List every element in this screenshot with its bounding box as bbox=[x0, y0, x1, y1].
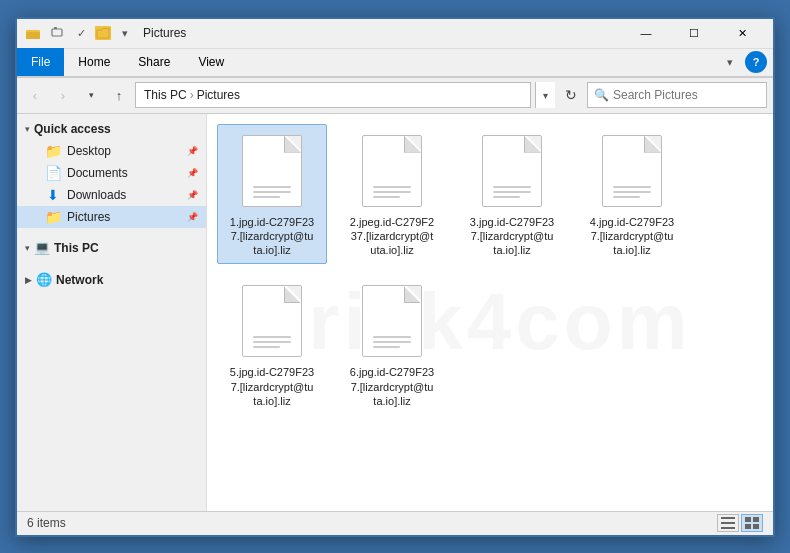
forward-button[interactable]: › bbox=[51, 83, 75, 107]
this-pc-icon: 💻 bbox=[34, 240, 50, 256]
svg-rect-8 bbox=[753, 517, 759, 522]
pictures-folder-icon: 📁 bbox=[45, 209, 61, 225]
window-title: Pictures bbox=[143, 26, 623, 40]
sidebar-pictures-label: Pictures bbox=[67, 210, 110, 224]
file-item-6[interactable]: 6.jpg.id-C279F237.[lizardcrypt@tuta.io].… bbox=[337, 274, 447, 415]
file-name-4: 4.jpg.id-C279F237.[lizardcrypt@tuta.io].… bbox=[590, 215, 674, 258]
quick-access-chevron: ▾ bbox=[25, 124, 30, 134]
pin-icon-pictures: 📌 bbox=[187, 212, 198, 222]
address-bar: ‹ › ▾ ↑ This PC › Pictures ▾ ↻ 🔍 bbox=[17, 78, 773, 114]
close-button[interactable]: ✕ bbox=[719, 18, 765, 48]
file-icon-5 bbox=[236, 281, 308, 361]
network-header[interactable]: ▶ 🌐 Network bbox=[17, 268, 206, 292]
path-dropdown-button[interactable]: ▾ bbox=[535, 82, 555, 108]
refresh-button[interactable]: ↻ bbox=[559, 83, 583, 107]
ribbon-tab-bar: File Home Share View ▾ ? bbox=[17, 49, 773, 77]
window-controls: — ☐ ✕ bbox=[623, 18, 765, 48]
desktop-folder-icon: 📁 bbox=[45, 143, 61, 159]
view-grid-button[interactable] bbox=[741, 514, 763, 532]
file-name-6: 6.jpg.id-C279F237.[lizardcrypt@tuta.io].… bbox=[350, 365, 434, 408]
address-path-display[interactable]: This PC › Pictures bbox=[135, 82, 531, 108]
file-item-1[interactable]: 1.jpg.id-C279F237.[lizardcrypt@tuta.io].… bbox=[217, 124, 327, 265]
search-box[interactable]: 🔍 bbox=[587, 82, 767, 108]
sidebar-desktop-label: Desktop bbox=[67, 144, 111, 158]
minimize-button[interactable]: — bbox=[623, 18, 669, 48]
sidebar-downloads-label: Downloads bbox=[67, 188, 126, 202]
path-sep-1: › bbox=[190, 88, 194, 102]
search-icon: 🔍 bbox=[594, 88, 609, 102]
sidebar-item-downloads[interactable]: ⬇ Downloads 📌 bbox=[17, 184, 206, 206]
file-area: risk4com 1.jpg.id-C279F237.[lizardcr bbox=[207, 114, 773, 511]
pin-icon-documents: 📌 bbox=[187, 168, 198, 178]
network-label: Network bbox=[56, 273, 103, 287]
file-icon-3 bbox=[476, 131, 548, 211]
documents-folder-icon: 📄 bbox=[45, 165, 61, 181]
file-name-1: 1.jpg.id-C279F237.[lizardcrypt@tuta.io].… bbox=[230, 215, 314, 258]
sidebar-item-pictures[interactable]: 📁 Pictures 📌 bbox=[17, 206, 206, 228]
quick-access-toolbar: ✓ ▾ bbox=[47, 23, 135, 43]
sidebar: ▾ Quick access 📁 Desktop 📌 📄 Documents 📌… bbox=[17, 114, 207, 511]
explorer-window: ✓ ▾ Pictures — ☐ ✕ File Home Share View … bbox=[15, 17, 775, 537]
file-item-5[interactable]: 5.jpg.id-C279F237.[lizardcrypt@tuta.io].… bbox=[217, 274, 327, 415]
sidebar-item-desktop[interactable]: 📁 Desktop 📌 bbox=[17, 140, 206, 162]
svg-rect-4 bbox=[721, 517, 735, 519]
downloads-folder-icon: ⬇ bbox=[45, 187, 61, 203]
tab-view[interactable]: View bbox=[184, 48, 238, 76]
file-name-5: 5.jpg.id-C279F237.[lizardcrypt@tuta.io].… bbox=[230, 365, 314, 408]
file-item-3[interactable]: 3.jpg.id-C279F237.[lizardcrypt@tuta.io].… bbox=[457, 124, 567, 265]
tab-file[interactable]: File bbox=[17, 48, 64, 76]
back-button[interactable]: ‹ bbox=[23, 83, 47, 107]
file-icon-6 bbox=[356, 281, 428, 361]
main-area: ▾ Quick access 📁 Desktop 📌 📄 Documents 📌… bbox=[17, 114, 773, 511]
svg-rect-1 bbox=[26, 32, 40, 39]
this-pc-chevron: ▾ bbox=[25, 243, 30, 253]
svg-rect-5 bbox=[721, 522, 735, 524]
sidebar-item-documents[interactable]: 📄 Documents 📌 bbox=[17, 162, 206, 184]
file-name-3: 3.jpg.id-C279F237.[lizardcrypt@tuta.io].… bbox=[470, 215, 554, 258]
title-bar: ✓ ▾ Pictures — ☐ ✕ bbox=[17, 19, 773, 49]
pin-icon-desktop: 📌 bbox=[187, 146, 198, 156]
view-list-button[interactable] bbox=[717, 514, 739, 532]
file-icon-4 bbox=[596, 131, 668, 211]
help-button[interactable]: ? bbox=[745, 51, 767, 73]
svg-rect-2 bbox=[52, 29, 62, 36]
item-count: 6 items bbox=[27, 516, 66, 530]
path-pictures: Pictures bbox=[197, 88, 240, 102]
files-grid: 1.jpg.id-C279F237.[lizardcrypt@tuta.io].… bbox=[217, 124, 763, 416]
ribbon-expand-button[interactable]: ▾ bbox=[719, 51, 741, 73]
tab-share[interactable]: Share bbox=[124, 48, 184, 76]
window-icon bbox=[25, 25, 41, 41]
quick-access-btn-1[interactable] bbox=[47, 23, 67, 43]
view-toggle-buttons bbox=[717, 514, 763, 532]
ribbon-expand: ▾ ? bbox=[719, 51, 773, 73]
file-item-4[interactable]: 4.jpg.id-C279F237.[lizardcrypt@tuta.io].… bbox=[577, 124, 687, 265]
status-bar: 6 items bbox=[17, 511, 773, 535]
network-chevron: ▶ bbox=[25, 275, 32, 285]
pin-icon-downloads: 📌 bbox=[187, 190, 198, 200]
file-name-2: 2.jpeg.id-C279F237.[lizardcrypt@tuta.io]… bbox=[350, 215, 434, 258]
sidebar-documents-label: Documents bbox=[67, 166, 128, 180]
quick-access-dropdown[interactable]: ▾ bbox=[115, 23, 135, 43]
tab-home[interactable]: Home bbox=[64, 48, 124, 76]
path-this-pc: This PC bbox=[144, 88, 187, 102]
folder-icon-small bbox=[95, 26, 111, 40]
maximize-button[interactable]: ☐ bbox=[671, 18, 717, 48]
ribbon: File Home Share View ▾ ? bbox=[17, 49, 773, 78]
quick-access-label: Quick access bbox=[34, 122, 111, 136]
file-icon-1 bbox=[236, 131, 308, 211]
svg-rect-7 bbox=[745, 517, 751, 522]
up-button[interactable]: ↑ bbox=[107, 83, 131, 107]
network-icon: 🌐 bbox=[36, 272, 52, 288]
search-input[interactable] bbox=[613, 88, 760, 102]
dropdown-history-button[interactable]: ▾ bbox=[79, 83, 103, 107]
quick-access-header[interactable]: ▾ Quick access bbox=[17, 118, 206, 140]
this-pc-header[interactable]: ▾ 💻 This PC bbox=[17, 236, 206, 260]
svg-rect-10 bbox=[753, 524, 759, 529]
file-icon-2 bbox=[356, 131, 428, 211]
svg-rect-9 bbox=[745, 524, 751, 529]
this-pc-label: This PC bbox=[54, 241, 99, 255]
quick-access-btn-2[interactable]: ✓ bbox=[71, 23, 91, 43]
file-item-2[interactable]: 2.jpeg.id-C279F237.[lizardcrypt@tuta.io]… bbox=[337, 124, 447, 265]
svg-rect-3 bbox=[54, 27, 57, 29]
svg-rect-6 bbox=[721, 527, 735, 529]
